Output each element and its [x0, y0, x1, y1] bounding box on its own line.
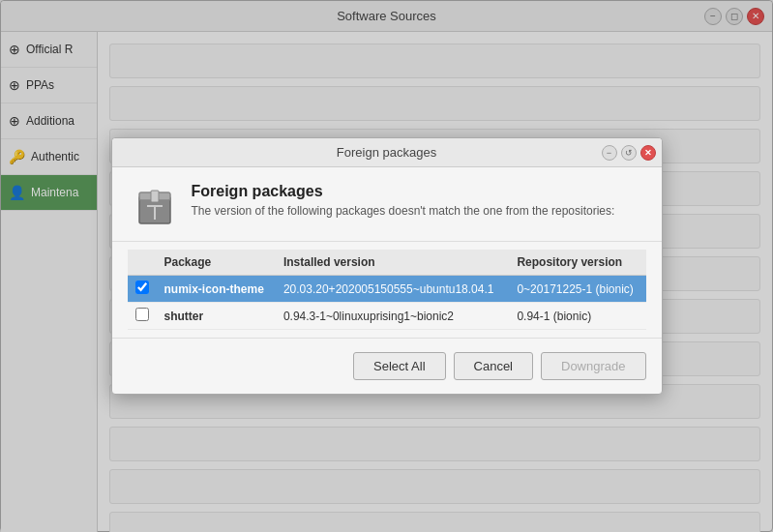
foreign-packages-dialog: Foreign packages − ↺ ✕ Foreign packages …: [111, 137, 663, 395]
cancel-button[interactable]: Cancel: [454, 352, 533, 380]
modal-close-button[interactable]: ✕: [640, 145, 656, 161]
packages-table: Package Installed version Repository ver…: [128, 250, 646, 330]
repo-version: 0.94-1 (bionic): [509, 303, 645, 330]
row-checkbox[interactable]: [135, 308, 149, 321]
modal-minimize-button[interactable]: −: [602, 145, 617, 161]
row-checkbox-cell: [128, 303, 157, 330]
table-row[interactable]: numix-icon-theme20.03.20+202005150555~ub…: [128, 276, 646, 303]
repo-version: 0~20171225-1 (bionic): [509, 276, 645, 303]
modal-header-text: Foreign packages The version of the foll…: [192, 183, 615, 218]
repo-version-col-header: Repository version: [509, 250, 645, 276]
package-col-header: Package: [157, 250, 276, 276]
installed-version: 0.94.3-1~0linuxuprising1~bionic2: [276, 303, 510, 330]
package-name: numix-icon-theme: [157, 276, 276, 303]
modal-header-description: The version of the following packages do…: [192, 204, 615, 218]
installed-version-col-header: Installed version: [276, 250, 510, 276]
modal-titlebar-controls: − ↺ ✕: [602, 145, 656, 161]
modal-footer: Select All Cancel Downgrade: [112, 338, 662, 394]
package-name: shutter: [157, 303, 276, 330]
table-row[interactable]: shutter0.94.3-1~0linuxuprising1~bionic20…: [128, 303, 646, 330]
svg-rect-2: [151, 191, 159, 202]
installed-version: 20.03.20+202005150555~ubuntu18.04.1: [276, 276, 510, 303]
modal-restore-button[interactable]: ↺: [621, 145, 637, 161]
modal-titlebar: Foreign packages − ↺ ✕: [112, 138, 662, 167]
row-checkbox-cell: [128, 276, 157, 303]
package-icon: [132, 183, 178, 229]
checkbox-col-header: [128, 250, 157, 276]
modal-overlay: Foreign packages − ↺ ✕ Foreign packages …: [0, 0, 773, 532]
modal-title: Foreign packages: [337, 145, 436, 160]
downgrade-button[interactable]: Downgrade: [541, 352, 646, 380]
table-header-row: Package Installed version Repository ver…: [128, 250, 646, 276]
select-all-button[interactable]: Select All: [353, 352, 445, 380]
modal-header-title: Foreign packages: [192, 183, 615, 200]
modal-table-area: Package Installed version Repository ver…: [112, 242, 662, 330]
modal-header: Foreign packages The version of the foll…: [112, 167, 662, 242]
row-checkbox[interactable]: [135, 281, 149, 294]
